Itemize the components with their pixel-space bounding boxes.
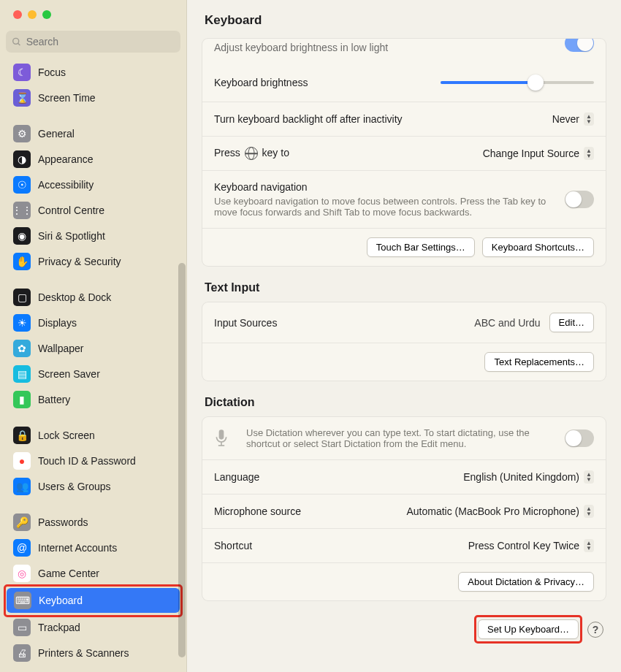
sidebar-scrollbar[interactable]	[178, 263, 186, 657]
sidebar-item-desktop-dock[interactable]: ▢Desktop & Dock	[6, 285, 180, 310]
sidebar-item-general[interactable]: ⚙General	[6, 121, 180, 146]
sidebar-item-lock-screen[interactable]: 🔒Lock Screen	[6, 423, 180, 448]
sidebar-item-control-centre[interactable]: ⋮⋮Control Centre	[6, 198, 180, 223]
chevron-updown-icon: ▲▼	[584, 505, 594, 518]
nav-icon: ●	[13, 452, 31, 470]
sidebar-item-displays[interactable]: ☀Displays	[6, 310, 180, 335]
dictation-heading: Dictation	[202, 394, 606, 416]
keyboard-brightness-slider[interactable]	[441, 74, 594, 91]
nav-icon: ✋	[13, 253, 31, 270]
nav-icon: ◉	[13, 227, 31, 245]
microphone-source-label: Microphone source	[214, 505, 397, 517]
globe-icon	[245, 147, 258, 160]
nav-icon: ☾	[13, 64, 31, 81]
sidebar-item-users-groups[interactable]: 👥Users & Groups	[6, 474, 180, 499]
sidebar-item-label: Keyboard	[39, 595, 83, 606]
sidebar-item-label: Trackpad	[38, 622, 80, 633]
dictation-language-select[interactable]: English (United Kingdom) ▲▼	[463, 470, 594, 484]
close-window-button[interactable]	[13, 10, 22, 19]
dictation-shortcut-select[interactable]: Press Control Key Twice ▲▼	[468, 539, 594, 552]
sidebar-item-label: Siri & Spotlight	[38, 230, 105, 242]
sidebar-item-label: Screen Time	[38, 92, 96, 104]
window-controls	[0, 0, 186, 26]
chevron-updown-icon: ▲▼	[584, 147, 594, 160]
backlight-off-select[interactable]: Never ▲▼	[552, 112, 594, 126]
nav-icon: 🖨	[13, 644, 31, 662]
set-up-keyboard-button[interactable]: Set Up Keyboard…	[478, 619, 579, 639]
dictation-toggle[interactable]	[565, 429, 594, 447]
keyboard-navigation-desc: Use keyboard navigation to move focus be…	[214, 196, 556, 218]
chevron-updown-icon: ▲▼	[584, 470, 594, 484]
chevron-updown-icon: ▲▼	[584, 539, 594, 552]
nav-icon: ⌛	[13, 89, 31, 107]
sidebar-item-label: Displays	[38, 317, 77, 329]
sidebar-item-label: Appearance	[38, 153, 94, 165]
sidebar-item-label: Desktop & Dock	[38, 291, 111, 303]
page-title: Keyboard	[187, 0, 621, 38]
sidebar-item-focus[interactable]: ☾Focus	[6, 60, 180, 85]
sidebar-item-label: Passwords	[38, 516, 88, 528]
about-dictation-privacy-button[interactable]: About Dictation & Privacy…	[458, 572, 594, 592]
sidebar-item-label: Screen Saver	[38, 368, 100, 380]
minimize-window-button[interactable]	[28, 10, 37, 19]
chevron-updown-icon: ▲▼	[584, 112, 594, 126]
nav-icon: ☀	[13, 314, 31, 332]
search-input[interactable]	[26, 36, 175, 47]
sidebar-item-battery[interactable]: ▮Battery	[6, 387, 180, 412]
keyboard-brightness-label: Keyboard brightness	[214, 77, 432, 88]
sidebar-item-keyboard[interactable]: ⌨Keyboard	[7, 588, 180, 613]
sidebar-item-accessibility[interactable]: ☉Accessibility	[6, 172, 180, 197]
microphone-source-select[interactable]: Automatic (MacBook Pro Microphone) ▲▼	[406, 505, 594, 518]
sidebar: ☾Focus⌛Screen Time⚙General◑Appearance☉Ac…	[0, 0, 187, 672]
help-button[interactable]: ?	[587, 622, 603, 638]
sidebar-item-appearance[interactable]: ◑Appearance	[6, 147, 180, 172]
sidebar-item-label: Accessibility	[38, 179, 94, 191]
nav-icon: ☉	[13, 176, 31, 194]
sidebar-item-wallpaper[interactable]: ✿Wallpaper	[6, 336, 180, 361]
sidebar-item-screen-time[interactable]: ⌛Screen Time	[6, 85, 180, 110]
input-sources-label: Input Sources	[214, 317, 465, 329]
nav-icon: ▮	[13, 391, 31, 408]
keyboard-shortcuts-button[interactable]: Keyboard Shortcuts…	[482, 237, 594, 257]
text-input-card: Input Sources ABC and Urdu Edit… Text Re…	[202, 302, 606, 381]
nav-icon: ▢	[13, 289, 31, 306]
sidebar-item-touch-id-password[interactable]: ●Touch ID & Password	[6, 448, 180, 473]
touch-bar-settings-button[interactable]: Touch Bar Settings…	[367, 237, 475, 257]
sidebar-item-screen-saver[interactable]: ▤Screen Saver	[6, 362, 180, 386]
adjust-brightness-label: Adjust keyboard brightness in low light	[214, 42, 388, 53]
nav-icon: 🔑	[13, 513, 31, 531]
input-sources-value: ABC and Urdu	[474, 317, 540, 329]
svg-rect-2	[219, 430, 224, 440]
sidebar-item-privacy-security[interactable]: ✋Privacy & Security	[6, 249, 180, 274]
sidebar-item-printers-scanners[interactable]: 🖨Printers & Scanners	[6, 641, 180, 665]
nav-icon: ▤	[13, 365, 31, 383]
sidebar-item-passwords[interactable]: 🔑Passwords	[6, 510, 180, 535]
nav-icon: 🔒	[13, 427, 31, 444]
sidebar-item-internet-accounts[interactable]: @Internet Accounts	[6, 535, 180, 560]
adjust-brightness-toggle[interactable]	[565, 39, 594, 52]
search-field[interactable]	[6, 31, 180, 53]
sidebar-item-label: Internet Accounts	[38, 542, 117, 554]
keyboard-settings-card: Adjust keyboard brightness in low light …	[202, 38, 606, 267]
press-globe-select[interactable]: Change Input Source ▲▼	[483, 147, 594, 160]
nav-icon: ⌨	[14, 592, 31, 609]
backlight-off-label: Turn keyboard backlight off after inacti…	[214, 113, 544, 125]
sidebar-item-label: Users & Groups	[38, 481, 111, 492]
sidebar-item-label: General	[38, 128, 75, 140]
edit-input-sources-button[interactable]: Edit…	[549, 313, 594, 332]
sidebar-item-label: Privacy & Security	[38, 256, 121, 267]
sidebar-item-siri-spotlight[interactable]: ◉Siri & Spotlight	[6, 224, 180, 248]
nav-icon: @	[13, 539, 31, 557]
sidebar-item-label: Touch ID & Password	[38, 455, 136, 467]
sidebar-item-label: Control Centre	[38, 205, 104, 216]
nav-icon: ◎	[13, 565, 31, 582]
keyboard-navigation-toggle[interactable]	[565, 191, 594, 208]
dictation-shortcut-label: Shortcut	[214, 540, 460, 551]
press-globe-label: Press key to	[214, 147, 474, 160]
text-replacements-button[interactable]: Text Replacements…	[484, 352, 594, 372]
text-input-heading: Text Input	[202, 280, 606, 302]
sidebar-item-label: Battery	[38, 394, 70, 405]
sidebar-item-game-center[interactable]: ◎Game Center	[6, 561, 180, 586]
zoom-window-button[interactable]	[42, 10, 51, 19]
sidebar-item-trackpad[interactable]: ▭Trackpad	[6, 615, 180, 640]
